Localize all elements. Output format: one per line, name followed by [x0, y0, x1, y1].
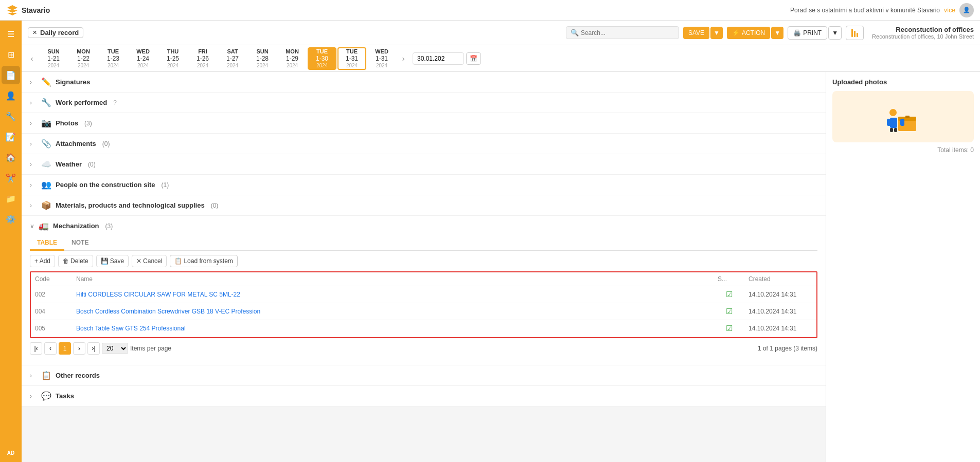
- chevron-right-icon: ›: [30, 181, 37, 189]
- tasks-title: Tasks: [56, 392, 74, 400]
- svg-rect-6: [900, 119, 904, 126]
- tab-note[interactable]: NOTE: [64, 236, 96, 251]
- avatar[interactable]: 👤: [959, 3, 974, 17]
- tab-table[interactable]: TABLE: [30, 236, 64, 251]
- page-title: Daily record: [40, 29, 79, 36]
- cancel-icon: ✕: [136, 257, 141, 265]
- sidebar-item-menu[interactable]: ☰: [2, 25, 20, 43]
- photos-icon: 📷: [41, 118, 51, 128]
- sidebar-item-gear[interactable]: ⚙️: [2, 210, 20, 228]
- date-cell-1-22[interactable]: MON 1-22 2024: [69, 47, 98, 70]
- total-items: Total items: 0: [832, 146, 974, 154]
- date-prev-button[interactable]: ‹: [26, 52, 38, 65]
- save-dropdown-button[interactable]: ▼: [710, 27, 723, 39]
- date-strip: ‹ SUN 1-21 2024 MON 1-22 2024 TUE 1-23 2…: [22, 45, 980, 72]
- tasks-icon: 💬: [41, 391, 51, 401]
- date-direct-input[interactable]: [413, 52, 464, 65]
- bar-chart-button[interactable]: [846, 26, 864, 40]
- weather-count: (0): [88, 161, 96, 168]
- sidebar-item-scissors[interactable]: ✂️: [2, 169, 20, 187]
- section-tasks[interactable]: › 💬 Tasks: [22, 386, 826, 406]
- col-created: Created: [744, 272, 816, 286]
- sidebar-item-users[interactable]: 👤: [2, 86, 20, 105]
- date-cell-1-31-today[interactable]: TUE 1-31 2024: [337, 47, 366, 70]
- section-materials[interactable]: › 📦 Materials, products and technologica…: [22, 195, 826, 216]
- date-cell-1-25[interactable]: THU 1-25 2024: [158, 47, 187, 70]
- per-page-select[interactable]: 20 50 100: [102, 343, 128, 354]
- table-row[interactable]: 002 Hilti CORDLESS CIRCULAR SAW FOR META…: [31, 286, 816, 303]
- check-icon: ☑: [726, 324, 733, 332]
- section-weather[interactable]: › ☁️ Weather (0): [22, 154, 826, 175]
- load-from-system-button[interactable]: 📋 Load from system: [170, 255, 237, 267]
- close-icon[interactable]: ✕: [32, 29, 37, 36]
- sidebar-item-tools[interactable]: 🔧: [2, 107, 20, 125]
- chevron-right-icon: ›: [30, 99, 37, 106]
- photos-title: Photos: [56, 119, 78, 127]
- sidebar-item-folder[interactable]: 📁: [2, 189, 20, 208]
- print-dropdown-button[interactable]: ▼: [828, 26, 842, 40]
- signatures-icon: ✏️: [41, 77, 51, 87]
- search-bar[interactable]: 🔍: [566, 26, 679, 39]
- sidebar-item-doc[interactable]: 📝: [2, 127, 20, 146]
- table-toolbar: + Add 🗑 Delete 💾 Save ✕ Can: [30, 255, 817, 267]
- add-button[interactable]: + Add: [30, 255, 55, 267]
- save-button[interactable]: SAVE: [683, 27, 709, 39]
- table-header: Code Name S... Created: [31, 272, 816, 286]
- sidebar-item-home[interactable]: 🏠: [2, 148, 20, 167]
- date-cell-1-29[interactable]: MON 1-29 2024: [278, 47, 307, 70]
- cancel-button[interactable]: ✕ Cancel: [132, 255, 167, 267]
- section-signatures[interactable]: › ✏️ Signatures: [22, 72, 826, 93]
- date-cell-1-27[interactable]: SAT 1-27 2024: [218, 47, 247, 70]
- section-work[interactable]: › 🔧 Work performed ?: [22, 93, 826, 113]
- save-row-button[interactable]: 💾 Save: [96, 255, 129, 267]
- svg-rect-7: [890, 128, 893, 132]
- action-dropdown-button[interactable]: ▼: [771, 27, 783, 39]
- chevron-down-icon: ∨: [30, 223, 34, 230]
- date-cell-1-24[interactable]: WED 1-24 2024: [129, 47, 157, 70]
- date-cell-1-23[interactable]: TUE 1-23 2024: [99, 47, 128, 70]
- current-page[interactable]: 1: [59, 342, 71, 355]
- date-cell-1-28[interactable]: SUN 1-28 2024: [248, 47, 277, 70]
- next-page-button[interactable]: ›: [73, 342, 85, 355]
- table-body: 002 Hilti CORDLESS CIRCULAR SAW FOR META…: [31, 286, 816, 337]
- date-cell-1-21[interactable]: SUN 1-21 2024: [39, 47, 68, 70]
- row-2-name: Bosch Cordless Combination Screwdriver G…: [72, 303, 714, 320]
- community-link[interactable]: více: [944, 7, 955, 14]
- table-row[interactable]: 005 Bosch Table Saw GTS 254 Professional…: [31, 320, 816, 337]
- per-page-label: Items per page: [130, 345, 171, 352]
- sidebar-ad-label: AD: [2, 448, 20, 458]
- prev-page-button[interactable]: ‹: [44, 342, 57, 355]
- calendar-button[interactable]: 📅: [466, 52, 481, 65]
- date-next-button[interactable]: ›: [397, 52, 409, 65]
- delete-button[interactable]: 🗑 Delete: [58, 255, 93, 267]
- content-area: ✕ Daily record 🔍 SAVE ▼ ⚡ ACTION ▼ 🖨: [22, 21, 980, 462]
- photo-placeholder: [832, 91, 974, 142]
- row-1-name: Hilti CORDLESS CIRCULAR SAW FOR METAL SC…: [72, 286, 714, 303]
- section-mechanization: ∨ 🚛 Mechanization (3) TABLE NOTE: [22, 216, 826, 365]
- date-cell-1-26[interactable]: FRI 1-26 2024: [188, 47, 217, 70]
- date-cell-1-31[interactable]: WED 1-31 2024: [367, 47, 396, 70]
- project-name: Reconstuction of offices: [872, 26, 974, 33]
- row-2-status: ☑: [714, 303, 744, 320]
- print-button[interactable]: 🖨️ PRINT: [788, 26, 827, 40]
- section-people[interactable]: › 👥 People on the construction site (1): [22, 175, 826, 195]
- other-records-icon: 📋: [41, 371, 51, 380]
- check-icon: ☑: [726, 307, 733, 316]
- logo: Stavario: [6, 4, 50, 16]
- mechanization-header[interactable]: ∨ 🚛 Mechanization (3): [22, 216, 826, 236]
- search-input[interactable]: [581, 29, 674, 36]
- table-row[interactable]: 004 Bosch Cordless Combination Screwdriv…: [31, 303, 816, 320]
- sidebar-item-daily[interactable]: 📄: [2, 66, 20, 84]
- section-photos[interactable]: › 📷 Photos (3): [22, 113, 826, 134]
- weather-title: Weather: [56, 160, 82, 168]
- action-button[interactable]: ⚡ ACTION: [727, 27, 770, 39]
- last-page-button[interactable]: ›|: [87, 342, 100, 355]
- first-page-button[interactable]: |‹: [30, 342, 42, 355]
- empty-state-illustration: [883, 96, 924, 137]
- section-attachments[interactable]: › 📎 Attachments (0): [22, 134, 826, 154]
- date-cell-1-30-active[interactable]: TUE 1-30 2024: [308, 47, 336, 70]
- sidebar-item-grid[interactable]: ⊞: [2, 45, 20, 64]
- work-icon: 🔧: [41, 98, 51, 107]
- people-count: (1): [162, 181, 169, 189]
- section-other-records[interactable]: › 📋 Other records: [22, 365, 826, 386]
